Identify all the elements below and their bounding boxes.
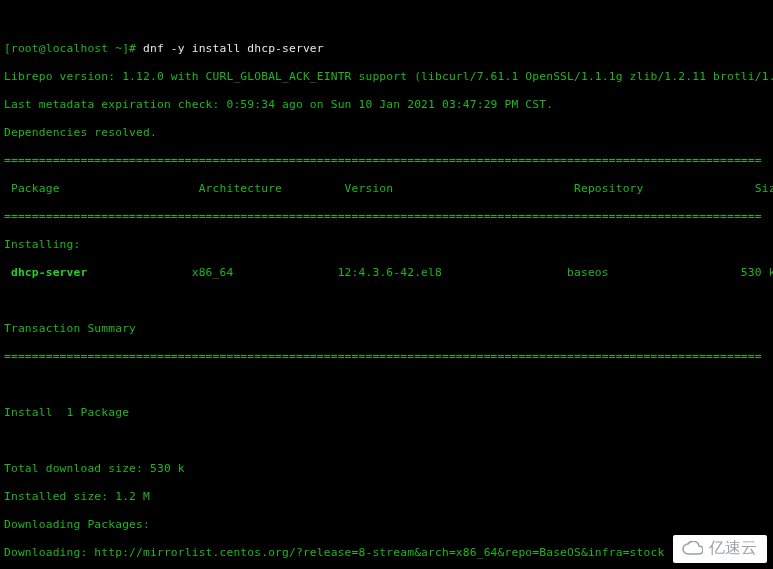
separator: ========================================… [4, 210, 769, 224]
watermark: 亿速云 [673, 535, 767, 563]
cloud-icon [681, 541, 703, 557]
terminal[interactable]: [root@localhost ~]# dnf -y install dhcp-… [0, 0, 773, 569]
installing-label: Installing: [4, 238, 769, 252]
download-mirrorlist: Downloading: http://mirrorlist.centos.or… [4, 546, 769, 560]
separator: ========================================… [4, 154, 769, 168]
downloading-packages: Downloading Packages: [4, 518, 769, 532]
transaction-summary-label: Transaction Summary [4, 322, 769, 336]
librepo-version: Librepo version: 1.12.0 with CURL_GLOBAL… [4, 70, 769, 84]
deps-resolved: Dependencies resolved. [4, 126, 769, 140]
watermark-text: 亿速云 [709, 538, 757, 559]
package-name: dhcp-server [4, 266, 87, 279]
truncated-line [4, 14, 769, 28]
metadata-check: Last metadata expiration check: 0:59:34 … [4, 98, 769, 112]
package-row: dhcp-server x86_64 12:4.3.6-42.el8 baseo… [4, 266, 769, 280]
install-count: Install 1 Package [4, 406, 769, 420]
installed-size: Installed size: 1.2 M [4, 490, 769, 504]
blank-line [4, 434, 769, 448]
command-line: [root@localhost ~]# dnf -y install dhcp-… [4, 42, 769, 56]
blank-line [4, 294, 769, 308]
blank-line [4, 378, 769, 392]
separator: ========================================… [4, 350, 769, 364]
column-headers: Package Architecture Version Repository … [4, 182, 769, 196]
total-download-size: Total download size: 530 k [4, 462, 769, 476]
